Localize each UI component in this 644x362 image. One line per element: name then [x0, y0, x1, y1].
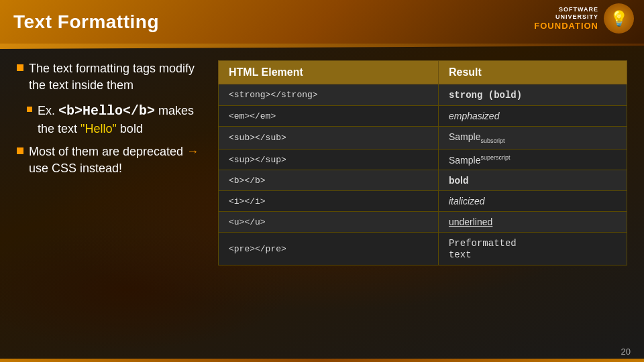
- hello-text: "Hello": [80, 122, 117, 135]
- code-cell: <pre></pre>: [219, 233, 439, 265]
- result-cell: Preformatted text: [438, 233, 627, 265]
- table-row: <sub></sub> Samplesubscript: [219, 127, 627, 149]
- code-cell: <strong></strong>: [219, 84, 439, 106]
- right-panel: HTML Element Result <strong></strong> st…: [218, 60, 627, 332]
- logo-software: SOFTWARE: [534, 6, 598, 13]
- bullet-2: Most of them are deprecated → use CSS in…: [17, 143, 205, 177]
- left-panel: The text formatting tags modify the text…: [17, 60, 205, 332]
- result-cell: underlined: [438, 212, 627, 233]
- slide: Text Formatting SOFTWARE UNIVERSITY FOUN…: [0, 0, 644, 362]
- table-row: <b></b> bold: [219, 170, 627, 191]
- result-sub-base: Sample: [449, 131, 480, 142]
- logo-area: SOFTWARE UNIVERSITY FOUNDATION 💡: [534, 3, 634, 34]
- code-cell: <sub></sub>: [219, 127, 439, 149]
- table-row: <pre></pre> Preformatted text: [219, 233, 627, 265]
- code-cell: <sup></sup>: [219, 149, 439, 170]
- code-cell: <i></i>: [219, 191, 439, 212]
- bullet-text-1: The text formatting tags modify the text…: [29, 60, 205, 94]
- page-number: 20: [621, 347, 631, 357]
- result-u: underlined: [449, 217, 492, 227]
- result-cell: emphasized: [438, 106, 627, 127]
- deco-lines: [0, 359, 644, 362]
- arrow-icon: →: [186, 145, 199, 158]
- result-pre: Preformatted text: [449, 238, 517, 260]
- col2-header: Result: [438, 61, 627, 84]
- result-em: emphasized: [449, 111, 500, 121]
- result-bold: strong (bold): [449, 90, 522, 101]
- sub-bullet-text: Ex. <b>Hello</b> makes the text "Hello" …: [38, 102, 205, 137]
- sub-bullet-1: Ex. <b>Hello</b> makes the text "Hello" …: [17, 102, 205, 137]
- page-title: Text Formatting: [13, 11, 159, 33]
- result-sub-text: subscript: [480, 137, 504, 144]
- table-row: <strong></strong> strong (bold): [219, 84, 627, 106]
- result-cell: strong (bold): [438, 84, 627, 106]
- code-cell: <em></em>: [219, 106, 439, 127]
- result-b: bold: [449, 175, 469, 186]
- result-cell: Samplesuperscript: [438, 149, 627, 170]
- sub-bold: bold: [117, 122, 143, 135]
- result-sup-base: Sample: [449, 154, 480, 165]
- logo-icon: 💡: [604, 3, 634, 34]
- code-cell: <b></b>: [219, 170, 439, 191]
- bullet-1: The text formatting tags modify the text…: [17, 60, 205, 94]
- sub-bullet-square: [27, 107, 32, 112]
- result-cell: italicized: [438, 191, 627, 212]
- result-cell: Samplesubscript: [438, 127, 627, 149]
- result-i: italicized: [449, 196, 485, 206]
- logo-text: SOFTWARE UNIVERSITY FOUNDATION: [534, 6, 598, 31]
- table-row: <em></em> emphasized: [219, 106, 627, 127]
- table-row: <u></u> underlined: [219, 212, 627, 233]
- result-sup-text: superscript: [480, 154, 510, 161]
- result-cell: bold: [438, 170, 627, 191]
- code-cell: <u></u>: [219, 212, 439, 233]
- bullet-text-2: Most of them are deprecated → use CSS in…: [29, 143, 205, 177]
- bullet-square-2: [17, 147, 23, 154]
- html-table: HTML Element Result <strong></strong> st…: [218, 60, 627, 265]
- col1-header: HTML Element: [219, 61, 439, 84]
- logo-university: UNIVERSITY: [534, 13, 598, 21]
- content-area: The text formatting tags modify the text…: [0, 50, 644, 342]
- table-row: <i></i> italicized: [219, 191, 627, 212]
- logo-foundation: FOUNDATION: [534, 21, 598, 32]
- lightbulb-icon: 💡: [610, 10, 628, 27]
- table-row: <sup></sup> Samplesuperscript: [219, 149, 627, 170]
- bullet2-suffix: use CSS instead!: [29, 162, 122, 175]
- bullet-square-1: [17, 64, 23, 71]
- sub-prefix: Ex.: [38, 104, 58, 117]
- table-header-row: HTML Element Result: [219, 61, 627, 84]
- sub-code: <b>Hello</b>: [58, 103, 155, 119]
- bullet2-prefix: Most of them are deprecated: [29, 145, 186, 158]
